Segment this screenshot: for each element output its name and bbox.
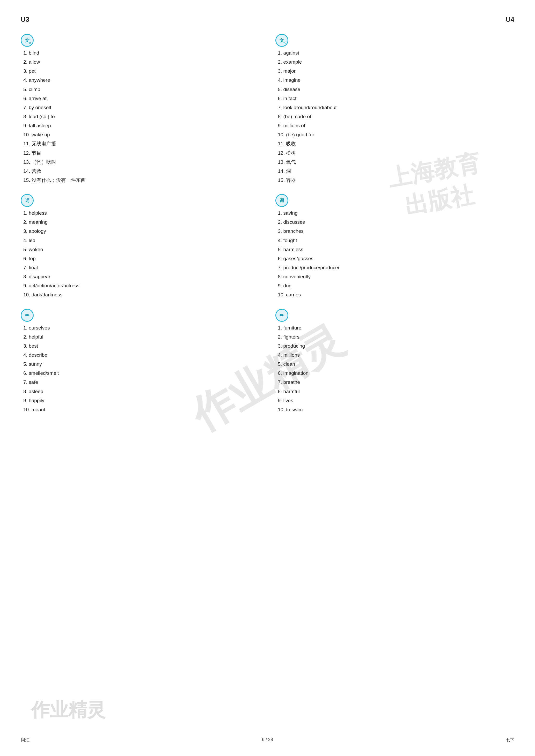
list-item: 15. 容器 [278, 176, 515, 185]
list-item: 5. climb [23, 85, 260, 94]
list-item: 4. imagine [278, 75, 515, 85]
page-footer: 词汇 6 / 28 七下 [0, 737, 535, 743]
list-item: 3. major [278, 67, 515, 75]
list-item: 5. sunny [23, 360, 260, 368]
list-item: 15. 没有什么；没有一件东西 [23, 176, 260, 185]
list-item: 9. happily [23, 396, 260, 405]
list-item: 7. look around/round/about [278, 103, 515, 112]
u4-icon-pen [275, 309, 288, 322]
page-header: U3 U4 [21, 15, 514, 23]
list-item: 9. act/action/actor/actress [23, 281, 260, 290]
u3-section-pen: 1. ourselves 2. helpful 3. best 4. descr… [21, 309, 260, 414]
list-item: 8. lead (sb.) to [23, 112, 260, 121]
list-item: 3. producing [278, 341, 515, 350]
list-item: 3. pet [23, 67, 260, 75]
list-item: 8. conveniently [278, 272, 515, 281]
list-item: 6. imagination [278, 368, 515, 378]
list-item: 6. smelled/smelt [23, 368, 260, 378]
u3-section-a: 1. blind 2. allow 3. pet 4. anywhere 5. … [21, 34, 260, 185]
list-item: 1. furniture [278, 323, 515, 332]
u4-icon-wen [275, 34, 288, 47]
u3-icon-wen [21, 34, 34, 47]
u3-icon-pen [21, 309, 34, 322]
list-item: 4. fought [278, 236, 515, 245]
list-item: 9. lives [278, 396, 515, 405]
list-item: 10. carries [278, 290, 515, 299]
list-item: 10. wake up [23, 130, 260, 139]
u4-section-a: 1. against 2. example 3. major 4. imagin… [275, 34, 515, 185]
footer-center: 6 / 28 [262, 737, 273, 743]
list-item: 13. 氧气 [278, 157, 515, 167]
watermark-logo: 作业精灵 [31, 697, 106, 722]
footer-left: 词汇 [21, 737, 30, 743]
list-item: 10. dark/darkness [23, 290, 260, 299]
list-item: 4. describe [23, 350, 260, 360]
list-item: 8. harmful [278, 387, 515, 396]
list-item: 9. millions of [278, 121, 515, 130]
list-item: 2. example [278, 57, 515, 67]
list-item: 11. 吸收 [278, 139, 515, 148]
list-item: 10. to swim [278, 405, 515, 414]
footer-right: 七下 [505, 737, 514, 743]
u4-section-pen: 1. furniture 2. fighters 3. producing 4.… [275, 309, 515, 414]
list-item: 7. product/produce/producer [278, 263, 515, 272]
list-item: 7. breathe [278, 378, 515, 387]
u4-ci-list: 1. saving 2. discusses 3. branches 4. fo… [275, 208, 515, 299]
list-item: 1. blind [23, 48, 260, 57]
list-item: 11. 无线电广播 [23, 139, 260, 148]
list-item: 4. millions [278, 350, 515, 360]
list-item: 9. dug [278, 281, 515, 290]
list-item: 1. against [278, 48, 515, 57]
u4-column: 1. against 2. example 3. major 4. imagin… [275, 34, 515, 423]
list-item: 3. best [23, 341, 260, 350]
list-item: 8. (be) made of [278, 112, 515, 121]
list-item: 2. meaning [23, 218, 260, 227]
list-item: 2. fighters [278, 332, 515, 341]
list-item: 5. harmless [278, 245, 515, 254]
u3-icon-ci [21, 194, 34, 207]
list-item: 5. woken [23, 245, 260, 254]
unit4-title: U4 [506, 15, 514, 23]
list-item: 2. discusses [278, 218, 515, 227]
list-item: 6. gases/gasses [278, 254, 515, 263]
u4-a-list: 1. against 2. example 3. major 4. imagin… [275, 48, 515, 185]
list-item: 1. helpless [23, 208, 260, 218]
u4-icon-ci [275, 194, 288, 207]
list-item: 3. apology [23, 227, 260, 236]
u4-pen-list: 1. furniture 2. fighters 3. producing 4.… [275, 323, 515, 414]
list-item: 5. clean [278, 360, 515, 368]
list-item: 14. 洞 [278, 167, 515, 176]
list-item: 6. arrive at [23, 94, 260, 103]
list-item: 12. 松树 [278, 148, 515, 157]
u4-section-ci: 1. saving 2. discusses 3. branches 4. fo… [275, 194, 515, 299]
u3-a-list: 1. blind 2. allow 3. pet 4. anywhere 5. … [21, 48, 260, 185]
list-item: 10. meant [23, 405, 260, 414]
unit3-title: U3 [21, 15, 29, 23]
list-item: 13. （狗）吠叫 [23, 157, 260, 167]
list-item: 1. saving [278, 208, 515, 218]
list-item: 4. led [23, 236, 260, 245]
list-item: 2. allow [23, 57, 260, 67]
list-item: 12. 节目 [23, 148, 260, 157]
list-item: 7. safe [23, 378, 260, 387]
list-item: 9. fall asleep [23, 121, 260, 130]
list-item: 7. by oneself [23, 103, 260, 112]
u3-pen-list: 1. ourselves 2. helpful 3. best 4. descr… [21, 323, 260, 414]
list-item: 10. (be) good for [278, 130, 515, 139]
list-item: 3. branches [278, 227, 515, 236]
u3-section-ci: 1. helpless 2. meaning 3. apology 4. led… [21, 194, 260, 299]
list-item: 14. 营救 [23, 167, 260, 176]
list-item: 5. disease [278, 85, 515, 94]
list-item: 4. anywhere [23, 75, 260, 85]
list-item: 6. top [23, 254, 260, 263]
list-item: 8. asleep [23, 387, 260, 396]
u3-column: 1. blind 2. allow 3. pet 4. anywhere 5. … [21, 34, 275, 423]
list-item: 8. disappear [23, 272, 260, 281]
u3-ci-list: 1. helpless 2. meaning 3. apology 4. led… [21, 208, 260, 299]
list-item: 6. in fact [278, 94, 515, 103]
list-item: 1. ourselves [23, 323, 260, 332]
list-item: 2. helpful [23, 332, 260, 341]
list-item: 7. final [23, 263, 260, 272]
